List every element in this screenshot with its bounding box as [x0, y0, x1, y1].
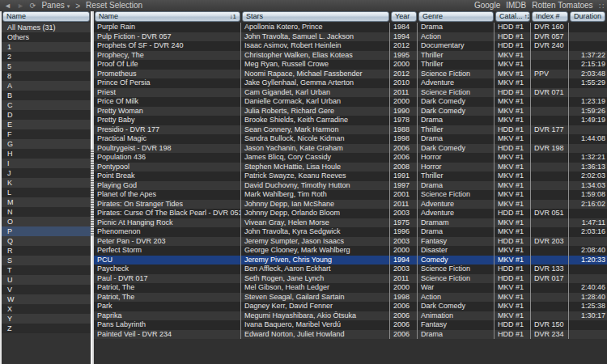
panes-menu-button[interactable]: Panes▾ — [41, 0, 70, 12]
column-header-name[interactable]: Name↓1 — [94, 11, 241, 23]
sidebar-item-all-names-31[interactable]: All Names (31) — [2, 23, 91, 32]
table-row[interactable]: Pirates: On Stranger Tides Johnny Depp, … — [94, 200, 607, 210]
cell-year: 2011 — [390, 274, 418, 284]
table-row[interactable]: Pulp Fiction - DVR 057 John Travolta, Sa… — [94, 32, 607, 42]
table-row[interactable]: Paprika Megumi Hayashibara, Akio Ōtsuka … — [94, 311, 607, 321]
table-row[interactable]: Price Of Milk Danielle Cormack, Karl Urb… — [94, 97, 607, 107]
table-row[interactable]: Prophets Of SF - DVR 240 Isaac Asimov, R… — [94, 41, 607, 51]
sidebar-item-e[interactable]: E — [2, 120, 91, 129]
sidebar-item-r[interactable]: R — [2, 246, 91, 256]
column-header-index[interactable]: Index # — [531, 11, 569, 23]
sidebar-item-i[interactable]: I — [2, 159, 91, 168]
table-row[interactable]: Population 436 James Blicq, Cory Cassidy… — [94, 153, 607, 163]
table-row[interactable]: Paycheck Ben Affleck, Aaron Eckhart 2003… — [94, 265, 607, 274]
sidebar-item-d[interactable]: D — [2, 110, 91, 120]
cell-index — [531, 246, 569, 256]
sidebar-item-m[interactable]: M — [2, 197, 91, 207]
sidebar-item-b[interactable]: B — [2, 91, 91, 100]
sidebar-item-l[interactable]: L — [2, 188, 91, 197]
column-header-stars[interactable]: Stars — [241, 11, 390, 23]
sidebar-item-p[interactable]: P — [2, 226, 91, 236]
pane-divider[interactable] — [91, 11, 94, 364]
sidebar-item-2[interactable]: 2 — [2, 52, 91, 61]
sidebar-item-1[interactable]: 1 — [2, 42, 91, 52]
sidebar-item-f[interactable]: F — [2, 129, 91, 139]
table-row[interactable]: Paul - DVR 017 Seth Rogen, Jane Lynch 20… — [94, 274, 607, 284]
table-row[interactable]: Prometheus Noomi Rapace, Michael Fassben… — [94, 70, 607, 79]
cell-index: DVR 240 — [531, 41, 569, 51]
cell-year: 2000 — [390, 283, 418, 293]
table-row[interactable]: Patriot, The Mel Gibson, Heath Ledger 20… — [94, 283, 607, 293]
table-row[interactable]: Pirates: Curse Of The Black Pearl - DVR … — [94, 209, 607, 218]
sidebar-item-others[interactable]: Others — [2, 32, 91, 42]
table-row[interactable]: Prophecy, The Christopher Walken, Elias … — [94, 51, 607, 61]
sidebar-item-v[interactable]: V — [2, 285, 91, 294]
table-row[interactable]: Poultrygeist - DVR 198 Jason Yachanin, K… — [94, 144, 607, 154]
sidebar-item-5[interactable]: 5 — [2, 61, 91, 71]
table-row[interactable]: Playing God David Duchovny, Timothy Hutt… — [94, 181, 607, 191]
table-row[interactable]: Planet of the Apes Mark Wahlberg, Tim Ro… — [94, 190, 607, 200]
grid-icon[interactable]: ∷ — [599, 2, 603, 11]
back-icon[interactable]: ◄ — [4, 0, 11, 11]
table-row[interactable]: Priest Cam Gigandet, Karl Urban 2011 Sci… — [94, 88, 607, 98]
sidebar-item-s[interactable]: S — [2, 256, 91, 265]
sidebar-item-8[interactable]: 8 — [2, 71, 91, 81]
refresh-icon[interactable]: ⟳ — [30, 0, 36, 11]
table-row[interactable]: Picnic At Hanging Rock Vivean Gray, Hele… — [94, 218, 607, 228]
column-header-catalog[interactable]: Catal...↑2 — [495, 11, 531, 23]
cell-stars: David Duchovny, Timothy Hutton — [241, 181, 390, 191]
sidebar-item-y[interactable]: Y — [2, 314, 91, 324]
cell-genre: Drama — [418, 134, 495, 144]
table-row[interactable]: Proof Of Life Meg Ryan, Russell Crowe 20… — [94, 60, 607, 70]
table-row[interactable]: Purple Rain Apollonia Kotero, Prince 198… — [94, 23, 607, 32]
table-row[interactable]: Painted Veil - DVR 234 Edward Norton, Ju… — [94, 330, 607, 340]
sidebar-item-n[interactable]: N — [2, 207, 91, 217]
cell-duration: 1:37:22 — [569, 51, 607, 61]
cell-catalog: MKV #1 — [495, 256, 531, 265]
table-row[interactable]: Practical Magic Sandra Bullock, Nicole K… — [94, 134, 607, 144]
reset-selection-button[interactable]: Reset Selection — [86, 0, 142, 11]
scrollbar-thumb[interactable] — [91, 150, 94, 236]
table-row[interactable]: Presidio - DVR 177 Sean Connery, Mark Ha… — [94, 125, 607, 135]
table-row[interactable]: Point Break Patrick Swayze, Keanu Reeves… — [94, 171, 607, 181]
cell-year: 2011 — [390, 200, 418, 210]
sidebar-item-o[interactable]: O — [2, 217, 91, 226]
column-header-genre[interactable]: Genre — [418, 11, 495, 23]
column-header-duration[interactable]: Duration — [569, 11, 607, 23]
table-row[interactable]: Phenomenon John Travolta, Kyra Sedgwick … — [94, 227, 607, 237]
sidebar-item-c[interactable]: C — [2, 100, 91, 110]
sidebar-item-t[interactable]: T — [2, 265, 91, 275]
sidebar-item-u[interactable]: U — [2, 275, 91, 285]
table-row[interactable]: Peter Pan - DVR 203 Jeremy Sumpter, Jaso… — [94, 237, 607, 247]
imdb-link[interactable]: IMDB — [506, 0, 526, 11]
sidebar-item-a[interactable]: A — [2, 81, 91, 91]
table-row[interactable]: Perfect Storm George Clooney, Mark Wahlb… — [94, 246, 607, 256]
sidebar-item-g[interactable]: G — [2, 139, 91, 149]
sidebar-header[interactable]: Name — [2, 11, 91, 23]
sidebar-item-j[interactable]: J — [2, 168, 91, 178]
table-row[interactable]: Pontypool Stephen McHattie, Lisa Houle 2… — [94, 163, 607, 172]
cell-stars: Edward Norton, Juliet Howland — [241, 330, 390, 340]
sidebar-item-q[interactable]: Q — [2, 236, 91, 246]
column-header-year[interactable]: Year — [390, 11, 418, 23]
table-row[interactable]: Patriot, The Steven Seagal, Gailard Sart… — [94, 293, 607, 303]
cell-genre: Action — [418, 293, 495, 303]
cell-duration — [569, 144, 607, 154]
cell-index: DVR 133 — [531, 265, 569, 274]
cell-catalog: MKV #1 — [495, 97, 531, 107]
sidebar-item-w[interactable]: W — [2, 294, 91, 304]
sidebar-item-k[interactable]: K — [2, 178, 91, 188]
table-row[interactable]: Park Dagney Kerr, David Fenner 2006 Dark… — [94, 302, 607, 311]
sidebar-item-x[interactable]: X — [2, 304, 91, 314]
table-row[interactable]: Pans Labyrinth Ivana Baquero, Maribel Ve… — [94, 320, 607, 330]
forward-icon[interactable]: ► — [17, 0, 24, 11]
sidebar-item-h[interactable]: H — [2, 149, 91, 159]
rotten-tomatoes-link[interactable]: Rotten Tomatoes — [532, 0, 592, 11]
table-row[interactable]: Pretty Baby Brooke Shields, Keith Carrad… — [94, 116, 607, 125]
cell-stars: Jason Yachanin, Kate Graham — [241, 144, 390, 154]
table-row[interactable]: Pretty Woman Julia Roberts, Richard Gere… — [94, 107, 607, 116]
table-row[interactable]: Prince Of Persia Jake Gyllenhaal, Gemma … — [94, 78, 607, 88]
google-link[interactable]: Google — [474, 0, 500, 11]
table-row[interactable]: PCU Jeremy Piven, Chris Young 1994 Comed… — [94, 256, 607, 265]
sidebar-item-z[interactable]: Z — [2, 324, 91, 333]
